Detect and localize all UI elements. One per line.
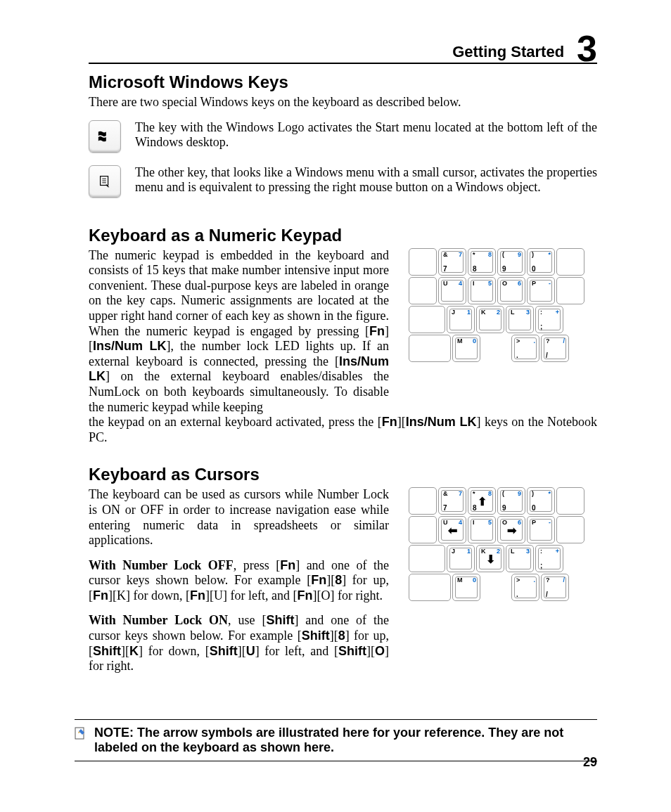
- numlock-on-text: With Number Lock ON, use [Shift] and one…: [89, 613, 389, 674]
- windows-logo-row: The key with the Windows Logo activates …: [89, 120, 597, 153]
- keypad-key: ?//: [541, 574, 569, 601]
- windows-logo-desc: The key with the Windows Logo activates …: [135, 120, 597, 150]
- keypad-key: K2⬇: [476, 545, 504, 572]
- keypad-key: O6➡: [497, 516, 525, 543]
- cursor-keypad-diagram: &77*88⬆(99)*0U4⬅I5O6➡P-J1K2⬇L3:+;M0>..?/…: [409, 487, 597, 601]
- keypad-key: J1: [447, 545, 475, 572]
- page-header: Getting Started 3: [89, 28, 597, 64]
- intro-text: There are two special Windows keys on th…: [89, 95, 597, 110]
- keypad-key: I5: [468, 277, 496, 304]
- keypad-key: &77: [438, 487, 466, 515]
- arrow-icon: ⬆: [478, 494, 487, 508]
- keypad-key: *88⬆: [468, 487, 496, 515]
- keypad-key: ?//: [541, 335, 569, 362]
- keypad-key: *88: [468, 248, 496, 276]
- keypad-key: >..: [511, 574, 539, 601]
- menu-key-row: The other key, that looks like a Windows…: [89, 165, 597, 198]
- chapter-number: 3: [577, 32, 597, 65]
- windows-logo-key-icon: [89, 120, 121, 153]
- keypad-key: :+;: [535, 545, 563, 572]
- keypad-key: I5: [468, 516, 496, 543]
- keypad-key: M0: [452, 335, 480, 362]
- heading-windows-keys: Microsoft Windows Keys: [89, 72, 597, 92]
- numeric-keypad-diagram: &77*88(99)*0U4I5O6P-J1K2L3:+;M0>..?//: [409, 248, 597, 362]
- keypad-key: L3: [506, 545, 534, 572]
- keypad-key: (99: [497, 248, 525, 276]
- note-icon: [75, 727, 86, 740]
- keypad-key: &77: [438, 248, 466, 276]
- numlock-off-text: With Number Lock OFF, press [Fn] and one…: [89, 558, 389, 604]
- arrow-icon: ➡: [507, 523, 516, 536]
- keypad-key: K2: [476, 306, 504, 333]
- keypad-key: )*0: [527, 248, 555, 276]
- keypad-key: >..: [511, 335, 539, 362]
- numeric-keypad-text-2: the keypad on an external keyboard activ…: [89, 415, 597, 445]
- numeric-keypad-text: The numeric keypad is embedded in the ke…: [89, 248, 389, 415]
- cursors-intro: The keyboard can be used as cursors whil…: [89, 487, 389, 548]
- heading-cursors: Keyboard as Cursors: [89, 465, 597, 484]
- arrow-icon: ⬅: [448, 523, 457, 536]
- menu-key-icon: [89, 165, 121, 198]
- note-block: NOTE: The arrow symbols are illustrated …: [75, 719, 597, 761]
- windows-flag-icon: [97, 129, 113, 144]
- note-text: NOTE: The arrow symbols are illustrated …: [94, 726, 597, 755]
- arrow-icon: ⬇: [486, 552, 495, 565]
- keypad-key: )*0: [527, 487, 555, 515]
- keypad-key: L3: [506, 306, 534, 333]
- context-menu-icon: [97, 174, 113, 189]
- keypad-key: U4⬅: [438, 516, 466, 543]
- keypad-key: O6: [497, 277, 525, 304]
- keypad-key: :+;: [535, 306, 563, 333]
- menu-key-desc: The other key, that looks like a Windows…: [135, 165, 597, 195]
- section-name: Getting Started: [452, 43, 564, 61]
- keypad-key: M0: [452, 574, 480, 601]
- keypad-key: P-: [527, 516, 555, 543]
- heading-numeric-keypad: Keyboard as a Numeric Keypad: [89, 226, 597, 245]
- keypad-key: U4: [438, 277, 466, 304]
- keypad-key: (99: [497, 487, 525, 515]
- keypad-key: J1: [447, 306, 475, 333]
- keypad-key: P-: [527, 277, 555, 304]
- page-number: 29: [583, 755, 597, 770]
